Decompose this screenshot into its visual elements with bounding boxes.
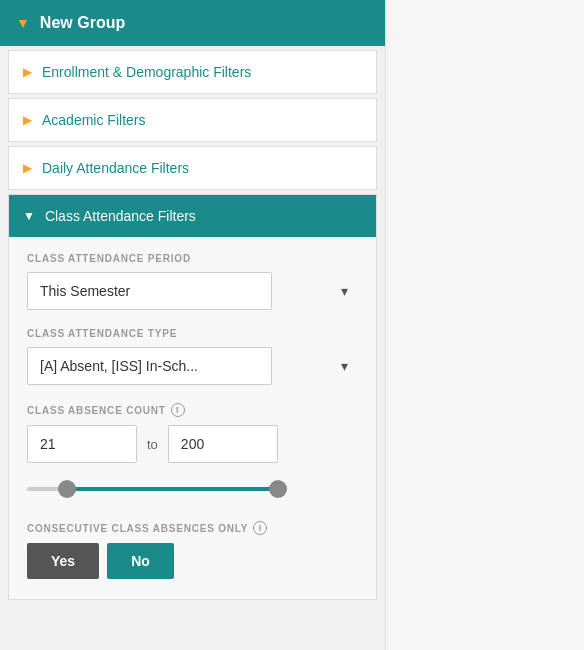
range-to-label: to — [147, 437, 158, 452]
period-field-label: CLASS ATTENDANCE PERIOD — [27, 253, 358, 264]
slider-thumb-right[interactable] — [269, 480, 287, 498]
consecutive-toggle-row: Yes No — [27, 543, 358, 579]
count-field-label: CLASS ABSENCE COUNT i — [27, 403, 358, 417]
absence-count-max-input[interactable] — [168, 425, 278, 463]
group-header-arrow-icon: ▼ — [16, 15, 30, 31]
slider-thumb-left[interactable] — [58, 480, 76, 498]
daily-attendance-arrow-icon: ▶ — [23, 161, 32, 175]
academic-header[interactable]: ▶ Academic Filters — [9, 99, 376, 141]
absence-count-slider[interactable] — [27, 477, 287, 501]
class-attendance-content: CLASS ATTENDANCE PERIOD This Semester La… — [9, 237, 376, 599]
type-select[interactable]: [A] Absent, [ISS] In-Sch... All Types — [27, 347, 272, 385]
period-select-wrapper: This Semester Last Semester This Year Cu… — [27, 272, 358, 310]
type-field-label: CLASS ATTENDANCE TYPE — [27, 328, 358, 339]
no-button[interactable]: No — [107, 543, 174, 579]
consecutive-field-label: CONSECUTIVE CLASS ABSENCES ONLY i — [27, 521, 358, 535]
absence-count-range-row: to — [27, 425, 358, 463]
consecutive-info-icon[interactable]: i — [253, 521, 267, 535]
academic-label: Academic Filters — [42, 112, 145, 128]
group-header: ▼ New Group — [0, 0, 385, 46]
right-area — [385, 0, 584, 650]
period-select[interactable]: This Semester Last Semester This Year Cu… — [27, 272, 272, 310]
type-dropdown-icon: ▾ — [341, 358, 348, 374]
enrollment-arrow-icon: ▶ — [23, 65, 32, 79]
enrollment-header[interactable]: ▶ Enrollment & Demographic Filters — [9, 51, 376, 93]
count-info-icon[interactable]: i — [171, 403, 185, 417]
daily-attendance-header[interactable]: ▶ Daily Attendance Filters — [9, 147, 376, 189]
enrollment-label: Enrollment & Demographic Filters — [42, 64, 251, 80]
enrollment-section: ▶ Enrollment & Demographic Filters — [8, 50, 377, 94]
daily-attendance-section: ▶ Daily Attendance Filters — [8, 146, 377, 190]
class-attendance-header[interactable]: ▼ Class Attendance Filters — [9, 195, 376, 237]
yes-button[interactable]: Yes — [27, 543, 99, 579]
academic-arrow-icon: ▶ — [23, 113, 32, 127]
absence-count-min-input[interactable] — [27, 425, 137, 463]
class-attendance-arrow-icon: ▼ — [23, 209, 35, 223]
academic-section: ▶ Academic Filters — [8, 98, 377, 142]
class-attendance-label: Class Attendance Filters — [45, 208, 196, 224]
group-header-title: New Group — [40, 14, 125, 32]
class-attendance-section: ▼ Class Attendance Filters CLASS ATTENDA… — [8, 194, 377, 600]
slider-track — [27, 487, 287, 491]
page-container: ▼ New Group ▶ Enrollment & Demographic F… — [0, 0, 584, 650]
type-select-wrapper: [A] Absent, [ISS] In-Sch... All Types ▾ — [27, 347, 358, 385]
period-dropdown-icon: ▾ — [341, 283, 348, 299]
panel: ▼ New Group ▶ Enrollment & Demographic F… — [0, 0, 385, 650]
daily-attendance-label: Daily Attendance Filters — [42, 160, 189, 176]
